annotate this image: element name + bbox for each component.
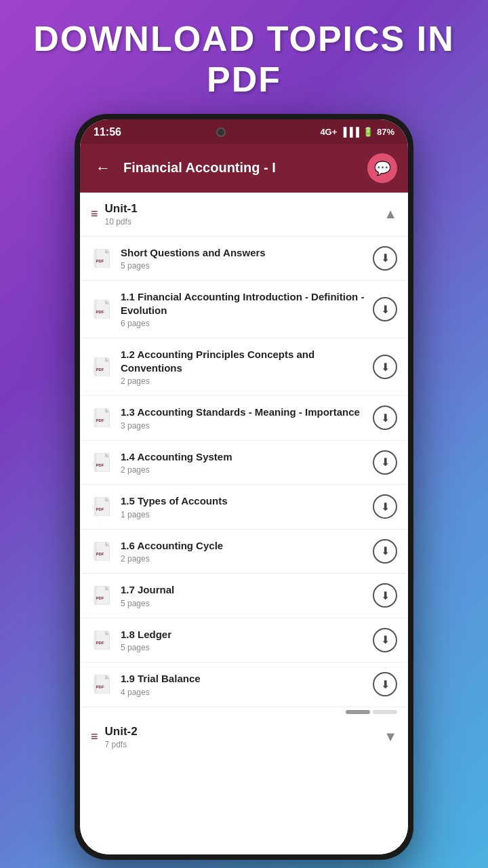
app-title: Financial Accounting - I xyxy=(123,160,359,176)
unit2-menu-icon: ≡ xyxy=(91,730,98,744)
download-button[interactable]: ⬇ xyxy=(373,628,397,652)
list-item[interactable]: PDF 1.3 Accounting Standards - Meaning -… xyxy=(80,396,408,441)
signal-icon: ▐▐▐ xyxy=(340,127,359,137)
svg-text:PDF: PDF xyxy=(96,685,104,689)
item-pages: 5 pages xyxy=(121,261,367,271)
item-pages: 5 pages xyxy=(121,599,367,608)
item-title: 1.1 Financial Accounting Introduction - … xyxy=(121,290,367,317)
status-time: 11:56 xyxy=(94,126,121,138)
download-button[interactable]: ⬇ xyxy=(373,583,397,608)
download-icon: ⬇ xyxy=(381,678,390,691)
unit1-menu-icon: ≡ xyxy=(91,207,98,221)
battery-icon: 🔋 xyxy=(363,127,373,137)
list-item[interactable]: PDF 1.1 Financial Accounting Introductio… xyxy=(80,281,408,338)
item-pages: 2 pages xyxy=(121,376,367,386)
unit2-subtitle: 7 pdfs xyxy=(105,740,138,749)
list-item[interactable]: PDF 1.4 Accounting System 2 pages ⬇ xyxy=(80,441,408,486)
phone-screen: 11:56 4G+ ▐▐▐ 🔋 87% ← Financial Accounti… xyxy=(80,119,408,854)
pdf-file-icon: PDF xyxy=(91,585,113,606)
items-list: PDF Short Questions and Answers 5 pages … xyxy=(80,237,408,707)
app-bar: ← Financial Accounting - I 💬 xyxy=(80,144,408,193)
svg-text:PDF: PDF xyxy=(96,259,104,263)
item-title: 1.7 Journal xyxy=(121,583,367,597)
scroll-hint xyxy=(80,707,408,715)
item-pages: 5 pages xyxy=(121,643,367,652)
unit2-header[interactable]: ≡ Unit-2 7 pdfs ▼ xyxy=(80,715,408,759)
download-button[interactable]: ⬇ xyxy=(373,355,397,379)
phone-frame: 11:56 4G+ ▐▐▐ 🔋 87% ← Financial Accounti… xyxy=(75,114,413,860)
item-title: 1.8 Ledger xyxy=(121,628,367,642)
camera-notch xyxy=(216,127,226,137)
banner: DOWNLOAD TOPICS IN PDF xyxy=(0,0,488,114)
pdf-file-icon: PDF xyxy=(91,496,113,517)
item-title: 1.4 Accounting System xyxy=(121,450,367,464)
svg-text:PDF: PDF xyxy=(96,418,104,422)
banner-text: DOWNLOAD TOPICS IN PDF xyxy=(14,19,474,100)
unit2-title: Unit-2 xyxy=(105,725,138,738)
svg-text:PDF: PDF xyxy=(96,368,104,372)
item-pages: 6 pages xyxy=(121,319,367,328)
download-icon: ⬇ xyxy=(381,545,390,557)
download-button[interactable]: ⬇ xyxy=(373,494,397,519)
item-pages: 2 pages xyxy=(121,554,367,564)
list-item[interactable]: PDF 1.7 Journal 5 pages ⬇ xyxy=(80,574,408,618)
download-button[interactable]: ⬇ xyxy=(373,297,397,321)
svg-text:PDF: PDF xyxy=(96,641,104,645)
download-button[interactable]: ⬇ xyxy=(373,246,397,271)
svg-text:PDF: PDF xyxy=(96,596,104,600)
item-pages: 1 pages xyxy=(121,510,367,519)
download-icon: ⬇ xyxy=(381,252,390,264)
download-button[interactable]: ⬇ xyxy=(373,406,397,430)
pdf-file-icon: PDF xyxy=(91,452,113,473)
list-item[interactable]: PDF 1.6 Accounting Cycle 2 pages ⬇ xyxy=(80,530,408,574)
svg-text:PDF: PDF xyxy=(96,552,104,556)
pdf-file-icon: PDF xyxy=(91,540,113,562)
back-button[interactable]: ← xyxy=(91,156,115,180)
back-arrow-icon: ← xyxy=(96,159,110,177)
download-icon: ⬇ xyxy=(381,500,390,513)
item-title: 1.9 Trial Balance xyxy=(121,672,367,686)
download-icon: ⬇ xyxy=(381,412,390,425)
item-pages: 3 pages xyxy=(121,421,367,431)
svg-text:PDF: PDF xyxy=(96,463,104,467)
unit1-subtitle: 10 pdfs xyxy=(105,217,138,226)
download-icon: ⬇ xyxy=(381,633,390,646)
scroll-pill-2 xyxy=(373,710,397,714)
item-pages: 2 pages xyxy=(121,465,367,475)
chat-button[interactable]: 💬 xyxy=(367,153,397,183)
pdf-file-icon: PDF xyxy=(91,298,113,320)
content-area: ≡ Unit-1 10 pdfs ▲ PDF Sh xyxy=(80,193,408,854)
pdf-file-icon: PDF xyxy=(91,673,113,695)
network-indicator: 4G+ xyxy=(320,127,337,137)
list-item[interactable]: PDF Short Questions and Answers 5 pages … xyxy=(80,237,408,281)
download-icon: ⬇ xyxy=(381,456,390,469)
item-pages: 4 pages xyxy=(121,688,367,697)
battery-level: 87% xyxy=(377,127,394,137)
item-title: 1.5 Types of Accounts xyxy=(121,494,367,508)
pdf-file-icon: PDF xyxy=(91,629,113,651)
unit2-chevron-icon: ▼ xyxy=(384,729,397,745)
list-item[interactable]: PDF 1.5 Types of Accounts 1 pages ⬇ xyxy=(80,485,408,530)
scroll-pill-1 xyxy=(346,710,370,714)
status-bar: 11:56 4G+ ▐▐▐ 🔋 87% xyxy=(80,119,408,144)
download-icon: ⬇ xyxy=(381,303,390,316)
unit1-chevron-icon: ▲ xyxy=(384,206,397,222)
list-item[interactable]: PDF 1.8 Ledger 5 pages ⬇ xyxy=(80,618,408,663)
unit1-header[interactable]: ≡ Unit-1 10 pdfs ▲ xyxy=(80,193,408,237)
status-right: 4G+ ▐▐▐ 🔋 87% xyxy=(320,127,394,137)
svg-text:PDF: PDF xyxy=(96,310,104,314)
pdf-file-icon: PDF xyxy=(91,248,113,269)
item-title: 1.3 Accounting Standards - Meaning - Imp… xyxy=(121,406,367,419)
list-item[interactable]: PDF 1.2 Accounting Principles Concepts a… xyxy=(80,338,408,396)
pdf-file-icon: PDF xyxy=(91,356,113,378)
download-button[interactable]: ⬇ xyxy=(373,450,397,475)
list-item[interactable]: PDF 1.9 Trial Balance 4 pages ⬇ xyxy=(80,663,408,707)
download-button[interactable]: ⬇ xyxy=(373,672,397,696)
svg-text:PDF: PDF xyxy=(96,507,104,511)
unit1-title: Unit-1 xyxy=(105,202,138,216)
item-title: 1.2 Accounting Principles Concepts and C… xyxy=(121,348,367,374)
item-title: Short Questions and Answers xyxy=(121,246,367,260)
download-button[interactable]: ⬇ xyxy=(373,539,397,564)
item-title: 1.6 Accounting Cycle xyxy=(121,539,367,553)
pdf-file-icon: PDF xyxy=(91,407,113,429)
